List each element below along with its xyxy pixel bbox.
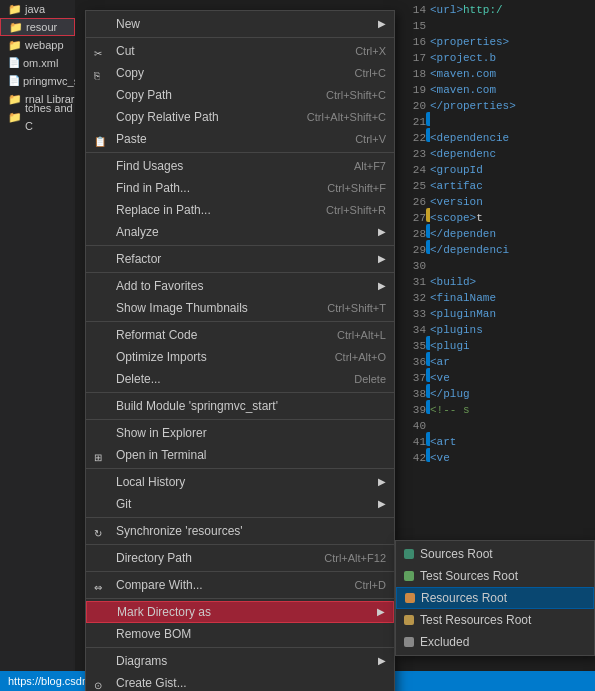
- menu-item-analyze[interactable]: Analyze ▶: [86, 221, 394, 243]
- sync-icon: ↻: [94, 523, 110, 539]
- menu-item-reformat[interactable]: Reformat Code Ctrl+Alt+L: [86, 324, 394, 346]
- submenu-test-resources-root[interactable]: Test Resources Root: [396, 609, 594, 631]
- menu-item-add-to-favorites[interactable]: Add to Favorites ▶: [86, 275, 394, 297]
- menu-item-find-in-path[interactable]: Find in Path... Ctrl+Shift+F: [86, 177, 394, 199]
- separator-11: [86, 571, 394, 572]
- cut-icon: ✂: [94, 43, 110, 59]
- menu-item-replace-in-path[interactable]: Replace in Path... Ctrl+Shift+R: [86, 199, 394, 221]
- submenu-resources-root[interactable]: Resources Root: [396, 587, 594, 609]
- find-usages-icon: [94, 158, 110, 174]
- separator-5: [86, 321, 394, 322]
- menu-item-diagrams[interactable]: Diagrams ▶: [86, 650, 394, 672]
- mark-dir-arrow: ▶: [377, 601, 385, 623]
- dir-path-icon: [94, 550, 110, 566]
- thumbnail-icon: [94, 300, 110, 316]
- separator-1: [86, 37, 394, 38]
- favorites-icon: [94, 278, 110, 294]
- mark-directory-icon: [95, 604, 111, 620]
- analyze-icon: [94, 224, 110, 240]
- sources-root-icon: [404, 549, 414, 559]
- menu-item-local-history[interactable]: Local History ▶: [86, 471, 394, 493]
- excluded-icon: [404, 637, 414, 647]
- submenu-arrow: ▶: [378, 13, 386, 35]
- menu-item-delete[interactable]: Delete... Delete: [86, 368, 394, 390]
- menu-item-mark-directory[interactable]: Mark Directory as ▶: [86, 601, 394, 623]
- refactor-arrow: ▶: [378, 248, 386, 270]
- separator-2: [86, 152, 394, 153]
- analyze-arrow: ▶: [378, 221, 386, 243]
- optimize-icon: [94, 349, 110, 365]
- submenu-sources-root[interactable]: Sources Root: [396, 543, 594, 565]
- diagrams-arrow: ▶: [378, 650, 386, 672]
- remove-bom-icon: [94, 626, 110, 642]
- find-in-path-icon: [94, 180, 110, 196]
- menu-item-show-in-explorer[interactable]: Show in Explorer: [86, 422, 394, 444]
- submenu-mark-directory: Sources Root Test Sources Root Resources…: [395, 540, 595, 656]
- menu-item-compare-with[interactable]: ⇔ Compare With... Ctrl+D: [86, 574, 394, 596]
- diagrams-icon: [94, 653, 110, 669]
- separator-12: [86, 598, 394, 599]
- explorer-icon: [94, 425, 110, 441]
- test-resources-root-icon: [404, 615, 414, 625]
- separator-6: [86, 392, 394, 393]
- submenu-test-sources-root[interactable]: Test Sources Root: [396, 565, 594, 587]
- refactor-icon: [94, 251, 110, 267]
- copy-path-icon: [94, 87, 110, 103]
- resources-root-icon: [405, 593, 415, 603]
- git-icon: [94, 496, 110, 512]
- menu-item-cut[interactable]: ✂ Cut Ctrl+X: [86, 40, 394, 62]
- menu-item-optimize-imports[interactable]: Optimize Imports Ctrl+Alt+O: [86, 346, 394, 368]
- sidebar-item-webapp[interactable]: 📁 webapp: [0, 36, 75, 54]
- menu-item-copy[interactable]: ⎘ Copy Ctrl+C: [86, 62, 394, 84]
- history-arrow: ▶: [378, 471, 386, 493]
- paste-icon: 📋: [94, 131, 110, 147]
- menu-item-create-gist[interactable]: ⊙ Create Gist...: [86, 672, 394, 691]
- test-sources-root-icon: [404, 571, 414, 581]
- copy-rel-path-icon: [94, 109, 110, 125]
- separator-13: [86, 647, 394, 648]
- gist-icon: ⊙: [94, 675, 110, 691]
- separator-7: [86, 419, 394, 420]
- menu-item-remove-bom[interactable]: Remove BOM: [86, 623, 394, 645]
- menu-item-git[interactable]: Git ▶: [86, 493, 394, 515]
- sidebar-item-scratches[interactable]: 📁 tches and C: [0, 108, 75, 126]
- sidebar-item-springmvc[interactable]: 📄 pringmvc_s: [0, 72, 75, 90]
- sidebar-item-resources[interactable]: 📁 resour: [0, 18, 75, 36]
- sidebar-item-xml[interactable]: 📄 om.xml: [0, 54, 75, 72]
- menu-item-find-usages[interactable]: Find Usages Alt+F7: [86, 155, 394, 177]
- menu-item-image-thumbnails[interactable]: Show Image Thumbnails Ctrl+Shift+T: [86, 297, 394, 319]
- favorites-arrow: ▶: [378, 275, 386, 297]
- sidebar-item-java[interactable]: 📁 java: [0, 0, 75, 18]
- terminal-icon: ⊞: [94, 447, 110, 463]
- git-arrow: ▶: [378, 493, 386, 515]
- copy-icon: ⎘: [94, 65, 110, 81]
- reformat-icon: [94, 327, 110, 343]
- compare-icon: ⇔: [94, 577, 110, 593]
- menu-item-paste[interactable]: 📋 Paste Ctrl+V: [86, 128, 394, 150]
- menu-item-refactor[interactable]: Refactor ▶: [86, 248, 394, 270]
- build-icon: [94, 398, 110, 414]
- menu-item-copy-path[interactable]: Copy Path Ctrl+Shift+C: [86, 84, 394, 106]
- menu-item-build-module[interactable]: Build Module 'springmvc_start': [86, 395, 394, 417]
- separator-10: [86, 544, 394, 545]
- separator-8: [86, 468, 394, 469]
- history-icon: [94, 474, 110, 490]
- menu-item-directory-path[interactable]: Directory Path Ctrl+Alt+F12: [86, 547, 394, 569]
- replace-in-path-icon: [94, 202, 110, 218]
- menu-item-new[interactable]: New ▶: [86, 13, 394, 35]
- separator-4: [86, 272, 394, 273]
- new-icon: [94, 16, 110, 32]
- submenu-excluded[interactable]: Excluded: [396, 631, 594, 653]
- separator-9: [86, 517, 394, 518]
- menu-item-synchronize[interactable]: ↻ Synchronize 'resources': [86, 520, 394, 542]
- separator-3: [86, 245, 394, 246]
- menu-item-open-terminal[interactable]: ⊞ Open in Terminal: [86, 444, 394, 466]
- delete-icon: [94, 371, 110, 387]
- context-menu: New ▶ ✂ Cut Ctrl+X ⎘ Copy Ctrl+C Copy Pa…: [85, 10, 395, 691]
- menu-item-copy-relative-path[interactable]: Copy Relative Path Ctrl+Alt+Shift+C: [86, 106, 394, 128]
- project-tree-sidebar: 📁 java 📁 resour 📁 webapp 📄 om.xml 📄 prin…: [0, 0, 75, 691]
